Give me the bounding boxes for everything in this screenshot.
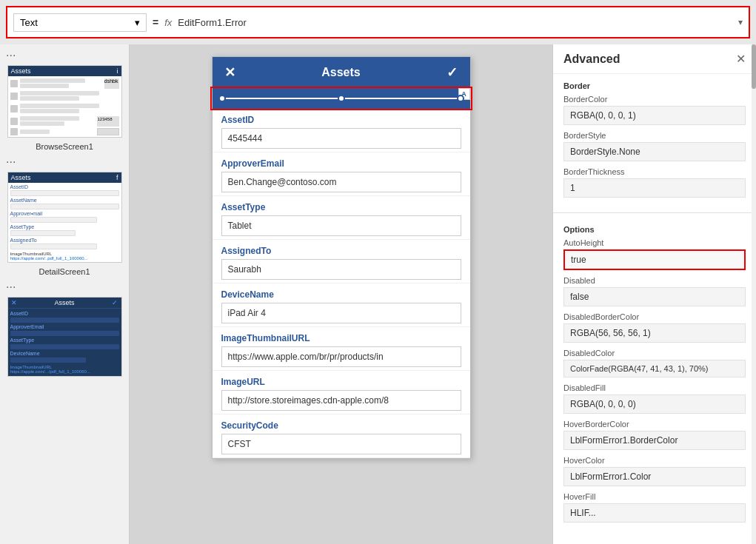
field-value-securitycode[interactable]: CFST — [221, 434, 461, 454]
hoverbordercolor-value[interactable]: LblFormError1.BorderColor — [563, 431, 746, 450]
property-hoverbordercolor: HoverBorderColor LblFormError1.BorderCol… — [563, 420, 746, 450]
options-section-title: Options — [563, 225, 746, 234]
right-panel-scrollbar[interactable] — [752, 44, 756, 544]
thumb-url-value: https://apple.com/..pdf_full_1_100060... — [10, 256, 119, 261]
thumb-field-label: AssetType — [10, 224, 119, 229]
field-approveremail: ApproverEmail Ben.Change@contoso.com — [213, 152, 470, 196]
field-value-imagethumbnailurl[interactable]: https://www.apple.com/br/pr/products/in — [221, 346, 461, 367]
form-close-button[interactable]: ✕ — [224, 64, 235, 81]
property-disabledbordercolor: DisabledBorderColor RGBA(56, 56, 56, 1) — [563, 312, 746, 343]
field-value-assetid[interactable]: 4545444 — [221, 128, 461, 149]
property-disabledfill: DisabledFill RGBA(0, 0, 0, 0) — [563, 383, 746, 414]
browse-screen-thumb[interactable]: Assets i dshbk — [7, 65, 122, 138]
field-value-approveremail[interactable]: Ben.Change@contoso.com — [221, 172, 461, 192]
thumb-dark-label: ApproverEmail — [10, 324, 119, 329]
thumb-field — [10, 230, 76, 236]
selection-line-right — [341, 98, 464, 99]
right-panel-scroll-thumb[interactable] — [752, 44, 756, 89]
borderstyle-value[interactable]: BorderStyle.None — [563, 142, 746, 161]
thumb-dark-field — [10, 331, 119, 336]
selection-handle-right — [457, 95, 464, 102]
detail-screen-thumb[interactable]: Assets f AssetID AssetName Approver•mail… — [7, 172, 122, 263]
selection-handle-mid — [338, 95, 345, 102]
field-value-assignedto[interactable]: Saurabh — [221, 259, 461, 280]
thumb-dark-label: DeviceName — [10, 351, 119, 356]
detail-screen-label: DetailScreen1 — [39, 264, 90, 279]
hoverfill-value[interactable]: HLIF... — [563, 503, 746, 523]
property-borderstyle: BorderStyle BorderStyle.None — [563, 131, 746, 161]
thumb-field-label: AssetName — [10, 198, 119, 203]
bordercolor-value[interactable]: RGBA(0, 0, 0, 1) — [563, 106, 746, 125]
detail-screen-thumb-icon: f — [116, 174, 118, 181]
name-box-value: Text — [20, 17, 38, 28]
browse-screen-thumb-content: dshbk — [8, 76, 121, 137]
disabledfill-value[interactable]: RGBA(0, 0, 0, 0) — [563, 394, 746, 414]
browse-screen-thumb-title: Assets — [11, 67, 31, 75]
detail-screen-thumb-title: Assets — [11, 174, 31, 181]
property-disabled: Disabled false — [563, 276, 746, 306]
equals-sign: = — [153, 16, 158, 28]
borderthickness-value[interactable]: 1 — [563, 178, 746, 198]
name-box-dropdown-icon[interactable]: ▾ — [135, 17, 140, 28]
form-selected-bar[interactable]: A — [213, 88, 470, 109]
hovercolor-label: HoverColor — [563, 456, 746, 465]
formula-input[interactable] — [178, 17, 732, 28]
form-fields: AssetID 4545444 ApproverEmail Ben.Change… — [213, 109, 470, 458]
formula-bar-dropdown-icon[interactable]: ▾ — [738, 17, 743, 27]
field-imagethumbnailurl: ImageThumbnailURL https://www.apple.com/… — [213, 327, 470, 371]
field-value-devicename[interactable]: iPad Air 4 — [221, 303, 461, 323]
thumb-row — [20, 109, 79, 113]
sidebar-ellipsis-1[interactable]: ··· — [0, 47, 16, 64]
disabled-value[interactable]: false — [563, 287, 746, 306]
form-check-button[interactable]: ✓ — [446, 64, 458, 81]
field-label-imageurl: ImageURL — [221, 377, 461, 387]
right-panel: Advanced ✕ Border BorderColor RGBA(0, 0,… — [552, 44, 756, 544]
thumb-row — [20, 116, 80, 121]
edit-screen-thumb[interactable]: ✕ Assets ✓ AssetID ApproverEmail AssetTy… — [7, 297, 122, 377]
field-label-devicename: DeviceName — [221, 289, 461, 300]
canvas-area: ✕ Assets ✓ A AssetID 4545444 — [130, 44, 552, 544]
thumb-dark-url-value: https://apple.com/.../pdf_full_1_100060.… — [10, 369, 119, 374]
thumb-row — [20, 130, 50, 134]
property-hovercolor: HoverColor LblFormError1.Color — [563, 456, 746, 486]
field-value-imageurl[interactable]: http://store.storeimages.cdn-apple.com/8 — [221, 390, 461, 411]
thumb-detail: dshbk — [104, 78, 119, 89]
thumb-dark-field — [10, 318, 119, 323]
property-borderthickness: BorderThickness 1 — [563, 167, 746, 198]
property-bordercolor: BorderColor RGBA(0, 0, 0, 1) — [563, 95, 746, 125]
browse-screen-thumb-icon: i — [117, 67, 118, 75]
thumb-detail: 123458 — [97, 116, 119, 127]
left-sidebar: ··· Assets i dshbk — [0, 44, 130, 544]
sidebar-ellipsis-3[interactable]: ··· — [0, 279, 16, 295]
disabledbordercolor-value[interactable]: RGBA(56, 56, 56, 1) — [563, 323, 746, 343]
borderstyle-label: BorderStyle — [563, 131, 746, 140]
disabledcolor-value[interactable]: ColorFade(RGBA(47, 41, 43, 1), 70%) — [563, 360, 746, 377]
thumb-field — [10, 190, 119, 196]
thumb-field — [10, 204, 119, 209]
autoheight-value[interactable]: true — [563, 249, 746, 270]
disabled-label: Disabled — [563, 276, 746, 285]
right-panel-close-button[interactable]: ✕ — [736, 52, 746, 66]
edit-screen-thumb-title: Assets — [54, 299, 74, 306]
thumb-field — [10, 244, 98, 249]
field-label-assetid: AssetID — [221, 115, 461, 125]
form-widget: ✕ Assets ✓ A AssetID 4545444 — [212, 56, 471, 459]
disabledcolor-label: DisabledColor — [563, 349, 746, 357]
field-value-assettype[interactable]: Tablet — [221, 215, 461, 236]
sidebar-ellipsis-2[interactable]: ··· — [0, 154, 16, 170]
field-label-assettype: AssetType — [221, 202, 461, 212]
fx-label: fx — [164, 17, 172, 28]
thumb-field — [10, 217, 98, 223]
field-imageurl: ImageURL http://store.storeimages.cdn-ap… — [213, 371, 470, 414]
name-box[interactable]: Text ▾ — [13, 13, 147, 32]
field-assetid: AssetID 4545444 — [213, 109, 470, 152]
selection-handle-left — [218, 95, 226, 102]
thumb-dark-field — [10, 344, 119, 349]
hovercolor-value[interactable]: LblFormError1.Color — [563, 467, 746, 486]
bordercolor-label: BorderColor — [563, 95, 746, 104]
thumb-row — [20, 104, 99, 108]
autoheight-label: AutoHeight — [563, 238, 746, 247]
right-panel-header: Advanced ✕ — [553, 44, 756, 74]
browse-screen-label: BrowseScreen1 — [36, 139, 93, 154]
field-assignedto: AssignedTo Saurabh — [213, 240, 470, 283]
